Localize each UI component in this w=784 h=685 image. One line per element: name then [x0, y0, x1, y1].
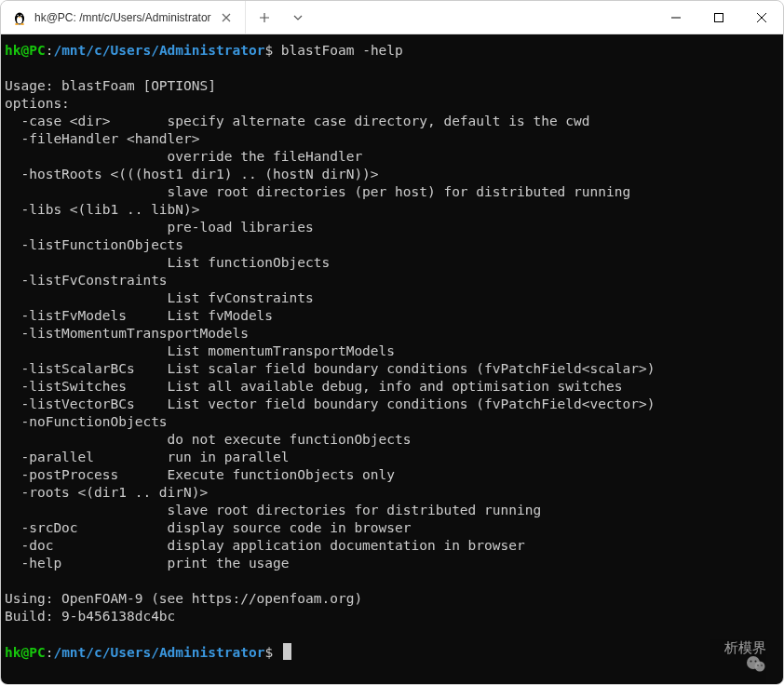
svg-point-7 — [20, 23, 24, 25]
svg-point-10 — [755, 662, 765, 672]
svg-rect-8 — [715, 14, 723, 22]
svg-point-14 — [762, 665, 764, 666]
cursor — [283, 643, 291, 660]
command-line-1: blastFoam -help — [273, 43, 403, 58]
prompt-user-2: hk — [5, 645, 20, 660]
svg-point-6 — [15, 23, 19, 25]
close-button[interactable] — [740, 1, 783, 34]
tab-close-button[interactable] — [219, 10, 234, 25]
prompt-host: PC — [29, 43, 45, 58]
command-output: Usage: blastFoam [OPTIONS] options: -cas… — [5, 78, 655, 624]
tab-dropdown-button[interactable] — [287, 7, 309, 29]
prompt-at: @ — [20, 43, 29, 58]
prompt-user: hk — [5, 43, 20, 58]
tab-actions — [246, 1, 317, 34]
maximize-button[interactable] — [697, 1, 740, 34]
title-bar: hk@PC: /mnt/c/Users/Administrator — [1, 1, 783, 34]
svg-point-13 — [758, 665, 760, 666]
command-line-2 — [273, 645, 281, 660]
svg-point-11 — [750, 661, 752, 663]
prompt-dollar-2: $ — [264, 645, 273, 660]
prompt-host-2: PC — [29, 645, 45, 660]
terminal-content[interactable]: hk@PC:/mnt/c/Users/Administrator$ blastF… — [1, 34, 783, 684]
prompt-at-2: @ — [20, 645, 29, 660]
minimize-button[interactable] — [655, 1, 697, 34]
penguin-icon — [12, 10, 27, 25]
new-tab-button[interactable] — [253, 7, 276, 29]
prompt-dollar: $ — [264, 43, 273, 58]
wechat-icon — [696, 636, 719, 658]
tab-active[interactable]: hk@PC: /mnt/c/Users/Administrator — [1, 1, 246, 34]
watermark-text: 析模界 — [724, 638, 766, 656]
svg-point-5 — [20, 15, 21, 16]
svg-point-4 — [18, 15, 19, 16]
window-controls — [655, 1, 783, 34]
prompt-path-2: /mnt/c/Users/Administrator — [53, 645, 264, 660]
watermark: 析模界 — [696, 636, 766, 658]
tab-title: hk@PC: /mnt/c/Users/Administrator — [34, 11, 211, 24]
svg-point-12 — [755, 661, 757, 663]
prompt-path: /mnt/c/Users/Administrator — [53, 43, 264, 58]
